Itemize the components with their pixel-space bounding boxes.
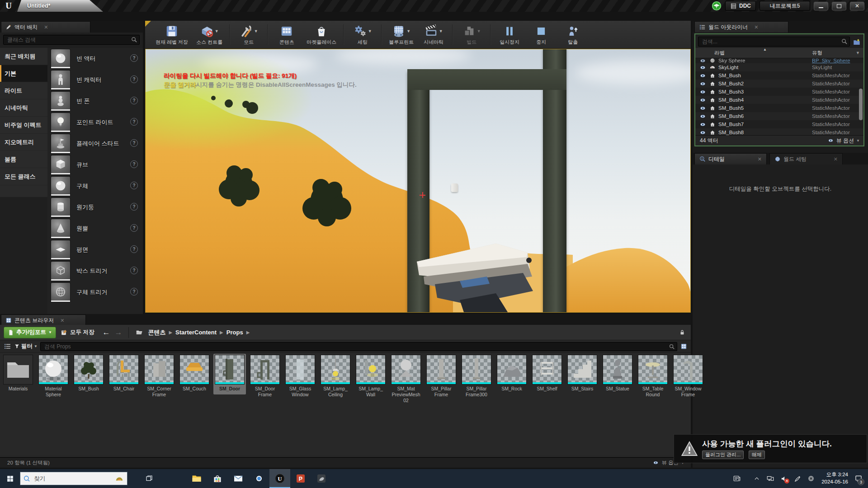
category-6[interactable]: 볼륨 (0, 151, 47, 168)
chevron-down-icon[interactable]: ▼ (406, 29, 410, 33)
category-2[interactable]: 라이트 (0, 82, 47, 99)
chevron-down-icon[interactable]: ▼ (215, 29, 219, 33)
help-icon[interactable]: ? (130, 160, 138, 168)
asset-SM_Glass-Window[interactable]: SM_Glass Window (284, 354, 316, 400)
help-icon[interactable]: ? (130, 118, 138, 126)
eye-icon[interactable] (699, 122, 707, 127)
asset-SM_Bush[interactable]: SM_Bush (72, 354, 105, 394)
chevron-down-icon[interactable]: ▼ (254, 29, 258, 33)
close-icon[interactable]: ✕ (834, 156, 838, 162)
chevron-down-icon[interactable]: ▼ (477, 29, 481, 33)
taskbar-app-unreal[interactable]: U (269, 469, 290, 488)
asset-SM_Door-Frame[interactable]: SM_Door Frame (249, 354, 281, 400)
type-filter-icon[interactable]: ▼ (856, 51, 860, 55)
chevron-down-icon[interactable]: ▼ (439, 29, 443, 33)
action-center-button[interactable]: 3 (852, 469, 865, 488)
place-actor-item-11[interactable]: 구체 트리거? (47, 282, 143, 303)
outliner-column-header[interactable]: 라벨 ▲ 유형 ▼ (695, 48, 863, 58)
category-1[interactable]: 기본 (0, 65, 47, 82)
eye-icon[interactable] (699, 98, 707, 103)
help-icon[interactable]: ? (130, 224, 138, 232)
lock-icon[interactable] (679, 329, 685, 336)
toolbar-modes-button[interactable]: ▼모드 (233, 23, 264, 47)
help-icon[interactable]: ? (130, 97, 138, 104)
category-5[interactable]: 지오메트리 (0, 134, 47, 151)
asset-SM_Lamp_-Ceiling[interactable]: SM_Lamp_ Ceiling (319, 354, 352, 400)
taskbar-app-chrome[interactable] (249, 469, 269, 488)
place-actor-item-1[interactable]: 빈 캐릭터? (47, 69, 143, 90)
breadcrumb-1[interactable]: StarterContent (175, 329, 217, 336)
category-4[interactable]: 비주얼 이펙트 (0, 117, 47, 134)
dismiss-button[interactable]: 해제 (749, 450, 765, 459)
taskbar-search-box[interactable] (20, 472, 127, 485)
taskbar-search-input[interactable] (33, 475, 112, 482)
eye-icon[interactable] (699, 89, 707, 94)
taskbar-app-file-explorer[interactable] (186, 469, 207, 488)
sync-status-button[interactable] (804, 469, 818, 488)
breadcrumb-0[interactable]: 콘텐츠 (148, 328, 165, 337)
forward-button[interactable]: → (114, 328, 122, 337)
filter-button[interactable]: 필터 ▼ (14, 343, 38, 350)
toolbar-cinematics-button[interactable]: ▼시네마틱 (418, 23, 449, 47)
class-search-input[interactable] (3, 35, 140, 45)
place-actor-item-9[interactable]: 평면? (47, 239, 143, 260)
eye-icon[interactable] (699, 130, 707, 135)
tab-details[interactable]: 디테일 ✕ (694, 153, 767, 164)
category-3[interactable]: 시네마틱 (0, 99, 47, 117)
widgets-button[interactable] (730, 469, 744, 488)
help-icon[interactable]: ? (130, 75, 138, 83)
asset-SM_Corner-Frame[interactable]: SM_Corner Frame (143, 354, 175, 400)
eye-icon[interactable] (699, 73, 707, 78)
close-icon[interactable]: ✕ (60, 318, 64, 324)
tab-world-settings[interactable]: 월드 세팅 ✕ (769, 153, 843, 164)
create-folder-icon[interactable] (853, 38, 861, 46)
asset-SM_Rock[interactable]: SM_Rock (495, 354, 528, 394)
help-icon[interactable]: ? (130, 139, 138, 147)
start-button[interactable] (0, 469, 20, 488)
place-actor-item-7[interactable]: 원기둥? (47, 197, 143, 218)
asset-SM_Statue[interactable]: SM_Statue (601, 354, 634, 394)
hidden-icons-button[interactable] (750, 469, 764, 488)
tab-world-outliner[interactable]: 월드 아웃라이너 ✕ (694, 21, 788, 33)
help-icon[interactable]: ? (130, 203, 138, 211)
level-tab[interactable]: Untitled* (17, 0, 103, 12)
asset-SM_Pillar-Frame300[interactable]: SM_Pillar Frame300 (460, 354, 493, 400)
tab-content-browser[interactable]: 콘텐츠 브라우저 ✕ (1, 314, 86, 326)
outliner-row-Sky-Sphere[interactable]: Sky SphereBP_Sky_Sphere (695, 58, 863, 63)
breadcrumb-2[interactable]: Props (226, 329, 243, 336)
outliner-scrollbar[interactable] (859, 89, 863, 120)
back-button[interactable]: ← (102, 328, 110, 337)
close-button[interactable]: ✕ (850, 2, 864, 10)
outliner-row-SM_Bush2[interactable]: SM_Bush2StaticMeshActor (695, 80, 863, 88)
chevron-down-icon[interactable]: ▼ (368, 29, 372, 33)
asset-SM_Shelf[interactable]: SM_Shelf (531, 354, 563, 394)
outliner-row-SkyLight[interactable]: SkyLightSkyLight (695, 63, 863, 71)
category-7[interactable]: 모든 클래스 (0, 168, 47, 185)
ddc-button[interactable]: DDC (725, 1, 756, 11)
asset-SM_Door[interactable]: SM_Door (213, 354, 246, 394)
add-import-button[interactable]: 추가/임포트 ▼ (4, 327, 56, 338)
asset-Materials[interactable]: Materials (2, 354, 34, 394)
place-actor-item-10[interactable]: 박스 트리거? (47, 260, 143, 282)
volume-button[interactable]: ✕ (777, 469, 791, 488)
outliner-row-SM_Bush[interactable]: SM_BushStaticMeshActor (695, 71, 863, 80)
toolbar-content-button[interactable]: 콘텐츠 (271, 23, 302, 47)
asset-Material-Sphere[interactable]: Material Sphere (37, 354, 70, 400)
sources-panel-icon[interactable] (4, 343, 11, 350)
asset-SM_Mat-PreviewMesh-02[interactable]: SM_Mat PreviewMesh 02 (390, 354, 422, 406)
save-all-button[interactable]: 모두 저장 (61, 328, 94, 336)
toolbar-blueprints-button[interactable]: ▼블루프린트 (385, 23, 418, 47)
asset-SM_Window-Frame[interactable]: SM_Window Frame (672, 354, 704, 400)
column-type[interactable]: 유형 (812, 50, 822, 56)
place-actor-item-2[interactable]: 빈 폰? (47, 90, 143, 112)
help-icon[interactable]: ? (130, 245, 138, 253)
place-actor-item-4[interactable]: 플레이어 스타트? (47, 133, 143, 154)
eye-icon[interactable] (699, 114, 707, 119)
taskbar-app-store[interactable] (207, 469, 228, 488)
help-icon[interactable]: ? (130, 288, 138, 296)
place-actor-item-3[interactable]: 포인트 라이트? (47, 112, 143, 133)
taskbar-app-powerpoint[interactable]: P (290, 469, 311, 488)
asset-SM_Pillar-Frame[interactable]: SM_Pillar Frame (425, 354, 458, 400)
eye-icon[interactable] (699, 58, 707, 63)
asset-search-input[interactable] (40, 342, 677, 351)
